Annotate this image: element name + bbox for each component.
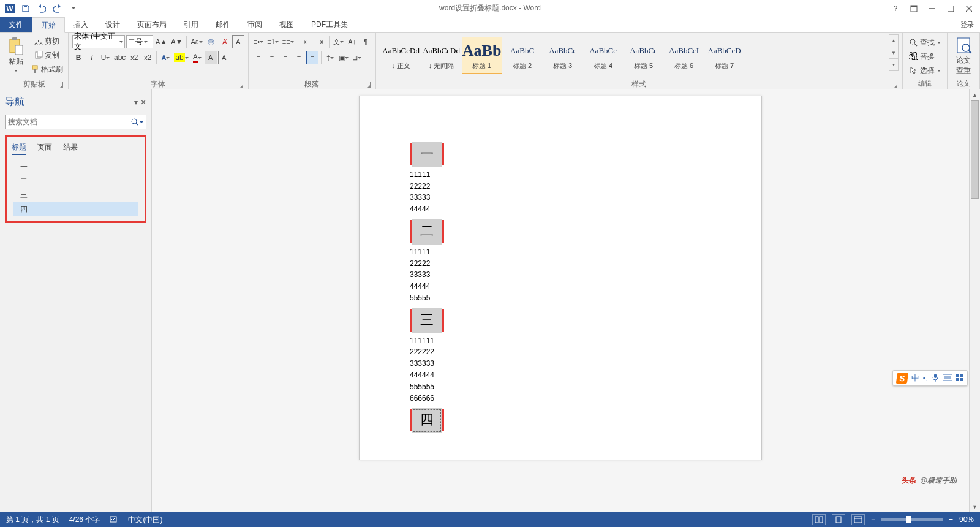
show-marks-button[interactable]: ¶ (360, 35, 372, 48)
scroll-track[interactable] (970, 100, 980, 501)
style-标题7[interactable]: AaBbCcD标题 7 (704, 37, 745, 74)
zoom-level[interactable]: 90% (959, 515, 974, 524)
body-line[interactable]: 44444 (410, 281, 711, 292)
copy-button[interactable]: 复制 (29, 48, 64, 62)
clear-formatting-button[interactable]: A̸ (219, 35, 231, 48)
style-↓正文[interactable]: AaBbCcDd↓ 正文 (381, 37, 421, 74)
document-area[interactable]: 一11111222223333344444二111112222233333444… (152, 89, 969, 512)
body-line[interactable]: 666666 (410, 393, 711, 404)
ime-toolbar[interactable]: S 中 •, (892, 370, 968, 386)
dialog-launcher-icon[interactable] (57, 82, 63, 88)
ime-punct-icon[interactable]: •, (923, 374, 928, 383)
qat-customize-icon[interactable] (66, 1, 81, 16)
style-标题4[interactable]: AaBbCc标题 4 (583, 37, 624, 74)
align-right-button[interactable]: ≡ (279, 51, 292, 64)
subscript-button[interactable]: x2 (128, 51, 140, 64)
ime-mic-icon[interactable] (932, 373, 939, 384)
tab-mailings[interactable]: 邮件 (207, 17, 239, 32)
char-border-button[interactable]: A (218, 51, 230, 64)
status-language[interactable]: 中文(中国) (128, 515, 162, 525)
body-line[interactable]: 11111 (410, 246, 711, 258)
tab-design[interactable]: 设计 (97, 17, 129, 32)
scroll-thumb[interactable] (971, 100, 979, 199)
shrink-font-button[interactable]: A▼ (170, 35, 184, 48)
nav-tab-results[interactable]: 结果 (63, 142, 78, 155)
body-line[interactable]: 333333 (410, 358, 711, 370)
align-center-button[interactable]: ≡ (266, 51, 278, 64)
style-标题6[interactable]: AaBbCcI标题 6 (664, 37, 704, 74)
style-标题5[interactable]: AaBbCc标题 5 (624, 37, 664, 74)
status-words[interactable]: 4/26 个字 (69, 515, 100, 525)
zoom-in-icon[interactable]: + (949, 515, 953, 524)
body-line[interactable]: 222222 (410, 346, 711, 358)
style-标题1[interactable]: AaBb标题 1 (462, 37, 502, 74)
enclose-char-button[interactable]: A (232, 35, 244, 48)
scroll-down-icon[interactable]: ▼ (970, 501, 980, 512)
dialog-launcher-icon[interactable] (364, 82, 371, 88)
grow-font-button[interactable]: A▲ (154, 35, 168, 48)
tab-review[interactable]: 审阅 (239, 17, 271, 32)
font-name-combo[interactable]: 宋体 (中文正文 (72, 35, 125, 48)
bold-button[interactable]: B (72, 51, 85, 64)
zoom-out-icon[interactable]: − (871, 515, 875, 524)
styles-gallery[interactable]: AaBbCcDd↓ 正文AaBbCcDd↓ 无间隔AaBb标题 1AaBbC标题… (380, 34, 888, 76)
body-line[interactable]: 444444 (410, 370, 711, 381)
multilevel-button[interactable]: ≡≡ (281, 35, 295, 48)
gallery-scroll[interactable]: ▲▼▾ (889, 34, 899, 71)
align-left-button[interactable]: ≡ (252, 51, 265, 64)
vertical-scrollbar[interactable]: ▲ ▼ (969, 89, 980, 512)
bullets-button[interactable]: ≡• (252, 35, 265, 48)
replace-button[interactable]: abac替换 (907, 50, 943, 63)
status-page[interactable]: 第 1 页，共 1 页 (6, 515, 59, 525)
body-line[interactable]: 33333 (410, 269, 711, 281)
maximize-icon[interactable] (942, 2, 959, 15)
increase-indent-button[interactable]: ⇥ (314, 35, 326, 48)
nav-search[interactable] (5, 115, 146, 129)
nav-tab-pages[interactable]: 页面 (37, 142, 52, 155)
phonetic-guide-button[interactable]: ㊥ (205, 35, 217, 48)
ime-keyboard-icon[interactable] (943, 374, 952, 383)
char-shading-button[interactable]: A (205, 51, 217, 64)
find-button[interactable]: 查找 (907, 36, 943, 49)
sort-button[interactable]: A↓ (346, 35, 358, 48)
tab-insert[interactable]: 插入 (65, 17, 97, 32)
body-line[interactable]: 44444 (410, 203, 711, 215)
justify-button[interactable]: ≡ (293, 51, 305, 64)
highlight-button[interactable]: ab (173, 51, 189, 64)
view-read-icon[interactable] (812, 514, 826, 525)
tab-references[interactable]: 引用 (175, 17, 207, 32)
ime-menu-icon[interactable] (956, 374, 963, 383)
text-direction-button[interactable]: 文 (332, 35, 345, 48)
style-↓无间隔[interactable]: AaBbCcDd↓ 无间隔 (421, 37, 462, 74)
ribbon-display-icon[interactable] (905, 2, 922, 15)
font-color-button[interactable]: A (191, 51, 203, 64)
line-spacing-button[interactable]: ‡ (324, 51, 336, 64)
nav-heading-item[interactable]: 四 (13, 202, 138, 216)
superscript-button[interactable]: x2 (141, 51, 154, 64)
italic-button[interactable]: I (86, 51, 98, 64)
cut-button[interactable]: 剪切 (29, 34, 64, 48)
help-icon[interactable]: ? (887, 2, 904, 15)
heading-text[interactable]: 一 (412, 142, 442, 167)
document-content[interactable]: 一11111222223333344444二111112222233333444… (410, 143, 711, 431)
heading-text[interactable]: 四 (412, 408, 442, 433)
tab-view[interactable]: 视图 (271, 17, 303, 32)
tab-home[interactable]: 开始 (32, 17, 65, 33)
sign-in-link[interactable]: 登录 (954, 17, 980, 32)
close-icon[interactable] (960, 2, 978, 15)
view-web-icon[interactable] (851, 514, 865, 525)
search-input[interactable] (8, 118, 131, 126)
borders-button[interactable]: ⊞ (351, 51, 363, 64)
strikethrough-button[interactable]: abc (113, 51, 127, 64)
body-line[interactable]: 22222 (410, 181, 711, 192)
undo-icon[interactable] (34, 1, 49, 16)
tab-file[interactable]: 文件 (0, 17, 32, 32)
select-button[interactable]: 选择 (907, 64, 943, 77)
body-line[interactable]: 33333 (410, 192, 711, 203)
minimize-icon[interactable] (924, 2, 941, 15)
body-line[interactable]: 11111 (410, 169, 711, 181)
nav-close-icon[interactable]: ✕ (140, 98, 146, 107)
style-标题2[interactable]: AaBbC标题 2 (502, 37, 543, 74)
format-painter-button[interactable]: 格式刷 (29, 63, 64, 76)
nav-tab-headings[interactable]: 标题 (12, 142, 26, 155)
